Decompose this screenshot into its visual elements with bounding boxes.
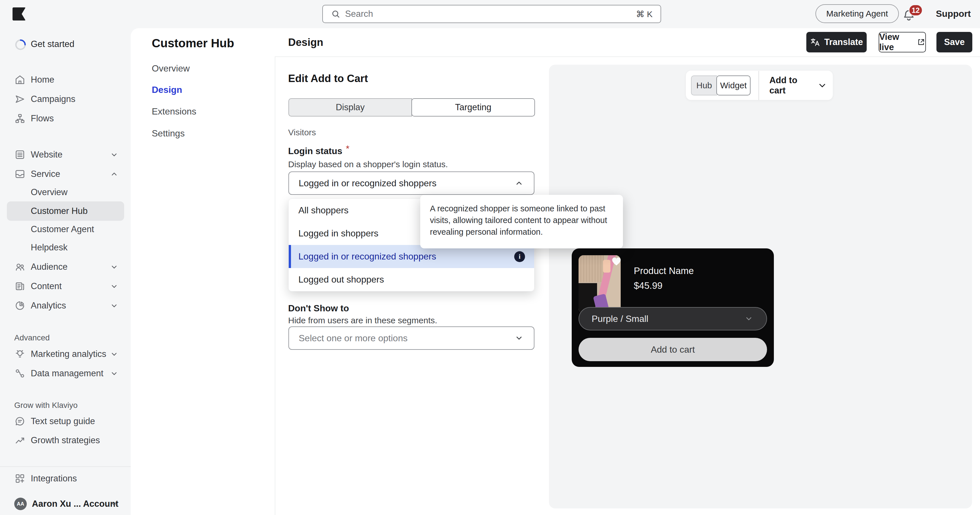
sidebar-divider bbox=[0, 466, 131, 467]
header-divider bbox=[275, 56, 980, 57]
sidebar-section-grow: Grow with Klaviyo bbox=[14, 401, 78, 410]
chevron-up-icon bbox=[109, 169, 119, 179]
notification-badge: 12 bbox=[908, 4, 923, 16]
product-price: $45.99 bbox=[634, 280, 663, 291]
lightbulb-icon bbox=[14, 348, 25, 360]
subnav-title: Customer Hub bbox=[152, 37, 234, 50]
home-icon bbox=[14, 74, 25, 86]
sidebar-item-service-overview[interactable]: Overview bbox=[7, 183, 124, 202]
search-placeholder: Search bbox=[345, 9, 636, 19]
sidebar-item-website[interactable]: Website bbox=[7, 145, 124, 164]
sidebar-item-integrations[interactable]: Integrations bbox=[7, 469, 124, 488]
add-to-cart-button[interactable]: Add to cart bbox=[579, 338, 767, 361]
chevron-down-icon bbox=[109, 281, 119, 291]
recognized-shopper-tooltip: A recognized shopper is someone linked t… bbox=[420, 195, 623, 249]
sidebar-item-customer-agent[interactable]: Customer Agent bbox=[7, 220, 124, 239]
dont-show-select[interactable]: Select one or more options bbox=[288, 327, 535, 350]
page-title: Design bbox=[288, 37, 323, 48]
preview-context-dropdown[interactable]: Add to cart bbox=[759, 75, 828, 96]
sidebar-item-customer-hub[interactable]: Customer Hub bbox=[7, 201, 124, 221]
sidebar-item-analytics[interactable]: Analytics bbox=[7, 296, 124, 315]
klaviyo-logo bbox=[13, 7, 25, 21]
chevron-down-icon bbox=[109, 301, 119, 311]
chevron-down-icon bbox=[109, 499, 119, 509]
chevron-down-icon bbox=[817, 80, 828, 91]
login-status-label: Login status * bbox=[288, 146, 349, 156]
preview-toggle-hub[interactable]: Hub bbox=[691, 75, 717, 96]
login-status-select[interactable]: Logged in or recognized shoppers bbox=[288, 172, 535, 195]
menu-option-logged-out[interactable]: Logged out shoppers bbox=[289, 268, 534, 291]
send-icon bbox=[14, 93, 25, 105]
flows-icon bbox=[14, 113, 25, 124]
dont-show-label: Don't Show to bbox=[288, 303, 349, 314]
data-nodes-icon bbox=[14, 368, 25, 379]
progress-ring-icon bbox=[14, 38, 25, 50]
inbox-icon bbox=[14, 168, 25, 180]
preview-toolbar: Hub Widget Add to cart bbox=[686, 71, 833, 100]
sidebar-item-audience[interactable]: Audience bbox=[7, 257, 124, 277]
sidebar-item-get-started[interactable]: Get started bbox=[7, 35, 124, 54]
variant-select[interactable]: Purple / Small bbox=[579, 307, 767, 330]
tabs: Display Targeting bbox=[288, 98, 535, 116]
chevron-up-icon bbox=[514, 178, 524, 188]
search-icon bbox=[331, 9, 340, 19]
support-link[interactable]: Support bbox=[936, 8, 971, 19]
sidebar-item-content[interactable]: Content bbox=[7, 277, 124, 296]
sidebar-item-text-setup-guide[interactable]: Text setup guide bbox=[7, 411, 124, 431]
sidebar-item-marketing-analytics[interactable]: Marketing analytics bbox=[7, 344, 124, 364]
chevron-down-icon bbox=[109, 150, 119, 159]
subnav-item-overview[interactable]: Overview bbox=[152, 62, 189, 75]
wishlist-heart-icon[interactable] bbox=[609, 254, 624, 268]
subnav-item-settings[interactable]: Settings bbox=[152, 127, 185, 140]
product-card: Product Name $45.99 Purple / Small Add t… bbox=[572, 249, 774, 367]
tab-display[interactable]: Display bbox=[288, 98, 412, 116]
preview-panel: Hub Widget Add to cart Product Name $45.… bbox=[549, 65, 972, 509]
trend-up-icon bbox=[14, 435, 25, 446]
menu-option-logged-in-or-recognized[interactable]: Logged in or recognized shoppers i bbox=[289, 245, 534, 268]
avatar: AA bbox=[14, 497, 27, 510]
integrations-icon bbox=[14, 473, 25, 484]
search-shortcut: ⌘ K bbox=[636, 9, 652, 19]
subnav-divider bbox=[275, 57, 275, 515]
account-menu[interactable]: AA Aaron Xu ... Account bbox=[7, 494, 124, 513]
translate-button[interactable]: Translate bbox=[806, 32, 867, 53]
sidebar-item-campaigns[interactable]: Campaigns bbox=[7, 89, 124, 109]
info-icon[interactable]: i bbox=[514, 251, 525, 262]
sidebar-section-advanced: Advanced bbox=[14, 333, 50, 343]
chevron-down-icon bbox=[109, 368, 119, 378]
tab-targeting[interactable]: Targeting bbox=[411, 98, 535, 116]
subnav-item-design[interactable]: Design bbox=[152, 83, 182, 96]
subnav-item-extensions[interactable]: Extensions bbox=[152, 105, 196, 118]
website-icon bbox=[14, 149, 25, 160]
sidebar-item-data-management[interactable]: Data management bbox=[7, 364, 124, 383]
section-title: Edit Add to Cart bbox=[288, 73, 368, 85]
chevron-down-icon bbox=[744, 314, 754, 324]
login-status-helper: Display based on a shopper's login statu… bbox=[288, 159, 448, 169]
view-live-button[interactable]: View live bbox=[879, 32, 926, 53]
preview-toggle-widget[interactable]: Widget bbox=[716, 75, 751, 96]
audience-icon bbox=[14, 261, 25, 273]
chevron-down-icon bbox=[514, 333, 524, 343]
marketing-agent-button[interactable]: Marketing Agent bbox=[815, 4, 899, 23]
sidebar-item-home[interactable]: Home bbox=[7, 70, 124, 89]
chevron-down-icon bbox=[109, 349, 119, 359]
dont-show-helper: Hide from users are in these segments. bbox=[288, 316, 438, 325]
content-icon bbox=[14, 281, 25, 292]
translate-icon bbox=[810, 37, 820, 47]
save-button[interactable]: Save bbox=[936, 32, 972, 53]
chevron-down-icon bbox=[109, 262, 119, 272]
search-input[interactable]: Search ⌘ K bbox=[322, 5, 661, 23]
sidebar-item-service[interactable]: Service bbox=[7, 164, 124, 184]
pie-chart-icon bbox=[14, 300, 25, 311]
required-asterisk: * bbox=[346, 143, 349, 154]
product-name: Product Name bbox=[634, 265, 694, 276]
sidebar-item-growth-strategies[interactable]: Growth strategies bbox=[7, 430, 124, 450]
external-link-icon bbox=[917, 38, 925, 46]
chat-bubble-icon bbox=[14, 416, 25, 427]
sidebar-item-flows[interactable]: Flows bbox=[7, 109, 124, 128]
sidebar-item-helpdesk[interactable]: Helpdesk bbox=[7, 238, 124, 257]
visitors-label: Visitors bbox=[288, 128, 316, 137]
